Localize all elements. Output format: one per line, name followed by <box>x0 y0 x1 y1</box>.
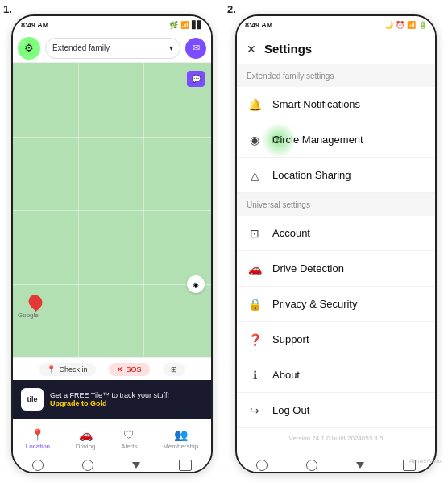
nav-alerts[interactable]: 🛡 Alerts <box>121 428 137 450</box>
support-icon: ❓ <box>247 333 263 346</box>
map-line-h3 <box>13 284 211 285</box>
settings-item-drive-detection[interactable]: 🚗 Drive Detection <box>237 251 435 287</box>
logout-label: Log Out <box>272 404 425 416</box>
home-circle-btn-r[interactable] <box>306 460 317 471</box>
watermark-right: ApowerMirror <box>409 458 443 464</box>
smart-notifications-label: Smart Notifications <box>272 98 425 110</box>
gear-button[interactable]: ⚙ ☞ <box>18 37 40 60</box>
settings-item-circle-management[interactable]: ◉ Circle Management ☞ <box>237 122 435 158</box>
circle-icon: ◉ <box>247 134 263 147</box>
phone-frame-1: 8:49 AM 🌿 📶 ▋▋ ⚙ ☞ Extended family ▾ ✉ <box>11 14 213 473</box>
google-label: Google <box>18 312 39 319</box>
home-indicator-left <box>13 459 211 472</box>
sos-label: SOS <box>127 365 142 374</box>
settings-item-account[interactable]: ⊡ Account <box>237 216 435 251</box>
account-icon: ⊡ <box>247 227 263 240</box>
status-icons-left: 🌿 📶 ▋▋ <box>169 21 203 29</box>
phone-frame-2: 8:49 AM 🌙 ⏰ 📶 🔋 ✕ Settings Extended fami… <box>235 14 437 473</box>
drive-detection-label: Drive Detection <box>272 262 425 275</box>
tile-upgrade-text: Upgrade to Gold <box>50 399 169 407</box>
driving-nav-icon: 🚗 <box>79 428 93 441</box>
tile-logo-text: tile <box>27 395 37 403</box>
home-square-btn[interactable] <box>32 460 44 471</box>
driving-nav-label: Driving <box>76 443 96 450</box>
chat-icon: 💬 <box>192 75 201 83</box>
home-circle-btn[interactable] <box>82 460 93 471</box>
close-button[interactable]: ✕ <box>247 43 256 56</box>
dropdown-arrow-icon: ▾ <box>169 43 173 52</box>
bell-icon: 🔔 <box>247 98 263 111</box>
chat-bubble[interactable]: 💬 <box>187 71 205 87</box>
alerts-nav-icon: 🛡 <box>123 428 135 441</box>
settings-item-support[interactable]: ❓ Support <box>237 322 435 357</box>
section-universal-label: Universal settings <box>237 193 435 216</box>
time-left: 8:49 AM <box>21 21 48 29</box>
location-share-icon: △ <box>247 169 263 182</box>
sos-button[interactable]: ✕ SOS <box>109 363 150 376</box>
signal-icon-r: 📶 <box>407 21 416 29</box>
time-right: 8:49 AM <box>245 21 272 29</box>
status-icons-right: 🌙 ⏰ 📶 🔋 <box>384 21 427 29</box>
about-icon: ℹ <box>247 369 263 382</box>
back-button-left[interactable] <box>132 462 140 469</box>
cursor-icon: ☞ <box>19 39 27 47</box>
layers-icon: ⊞ <box>171 365 177 374</box>
privacy-icon: 🔒 <box>247 298 263 311</box>
status-bar-right: 8:49 AM 🌙 ⏰ 📶 🔋 <box>237 16 435 34</box>
location-nav-icon: 📍 <box>31 428 44 441</box>
account-label: Account <box>272 227 425 239</box>
settings-scroll: Extended family settings 🔔 Smart Notific… <box>237 64 435 459</box>
drive-icon: 🚗 <box>247 262 263 275</box>
nav-driving[interactable]: 🚗 Driving <box>76 428 96 450</box>
panel-2-label: 2. <box>227 3 236 15</box>
tile-main-text: Get a FREE Tile™ to track your stuff! <box>50 391 169 399</box>
settings-item-privacy[interactable]: 🔒 Privacy & Security <box>237 287 435 322</box>
privacy-label: Privacy & Security <box>272 298 425 310</box>
map-area: ◈ 💬 Google <box>13 63 211 357</box>
right-panel: 2. 8:49 AM 🌙 ⏰ 📶 🔋 ✕ Settings Extended f… <box>224 0 448 483</box>
circle-management-label: Circle Management <box>272 134 425 146</box>
mail-button[interactable]: ✉ <box>185 38 206 59</box>
membership-nav-icon: 👥 <box>174 428 188 441</box>
battery-icon-r: 🔋 <box>418 21 427 29</box>
menu-btn-left[interactable] <box>179 460 192 471</box>
checkin-label: Check in <box>59 365 87 374</box>
tile-logo: tile <box>21 388 44 411</box>
left-panel: 1. 8:49 AM 🌿 📶 ▋▋ ⚙ ☞ Extended family ▾ … <box>0 0 224 483</box>
nav-membership[interactable]: 👥 Membership <box>163 428 198 450</box>
layers-button[interactable]: ⊞ <box>163 363 185 376</box>
sos-icon: ✕ <box>117 365 123 374</box>
membership-nav-label: Membership <box>163 443 198 450</box>
map-line-v1 <box>78 63 79 357</box>
tile-text-area: Get a FREE Tile™ to track your stuff! Up… <box>50 391 169 407</box>
settings-item-logout[interactable]: ↪ Log Out <box>237 393 435 428</box>
map-line-h2 <box>13 210 211 211</box>
compass-icon: ◈ <box>193 280 199 289</box>
location-nav-label: Location <box>26 443 50 450</box>
nav-location[interactable]: 📍 Location <box>26 428 50 450</box>
status-bar-left: 8:49 AM 🌿 📶 ▋▋ <box>13 16 211 34</box>
home-square-btn-r[interactable] <box>256 460 268 471</box>
location-sharing-label: Location Sharing <box>272 169 425 181</box>
checkin-button[interactable]: 📍 Check in <box>39 363 95 376</box>
checkin-icon: 📍 <box>47 365 56 374</box>
version-text: Version 24.1.0 build 2024053.3.5 <box>237 428 435 448</box>
family-dropdown[interactable]: Extended family ▾ <box>45 38 180 59</box>
action-bar: 📍 Check in ✕ SOS ⊞ <box>13 357 211 380</box>
settings-title: Settings <box>264 42 312 56</box>
home-indicator-right <box>237 459 435 472</box>
tile-banner[interactable]: tile Get a FREE Tile™ to track your stuf… <box>13 380 211 419</box>
clock-icon: ⏰ <box>396 21 404 29</box>
support-label: Support <box>272 333 425 345</box>
map-line-h1 <box>13 137 211 138</box>
logout-icon: ↪ <box>247 404 263 417</box>
back-button-right[interactable] <box>356 462 364 469</box>
moon-icon: 🌙 <box>384 21 393 29</box>
section-family-label: Extended family settings <box>237 64 435 87</box>
settings-item-about[interactable]: ℹ About <box>237 357 435 393</box>
bottom-nav: 📍 Location 🚗 Driving 🛡 Alerts 👥 Membersh… <box>13 419 211 459</box>
settings-item-location-sharing[interactable]: △ Location Sharing <box>237 158 435 193</box>
settings-item-smart-notifications[interactable]: 🔔 Smart Notifications <box>237 87 435 122</box>
compass-button[interactable]: ◈ <box>187 275 205 293</box>
settings-header: ✕ Settings <box>237 34 435 64</box>
